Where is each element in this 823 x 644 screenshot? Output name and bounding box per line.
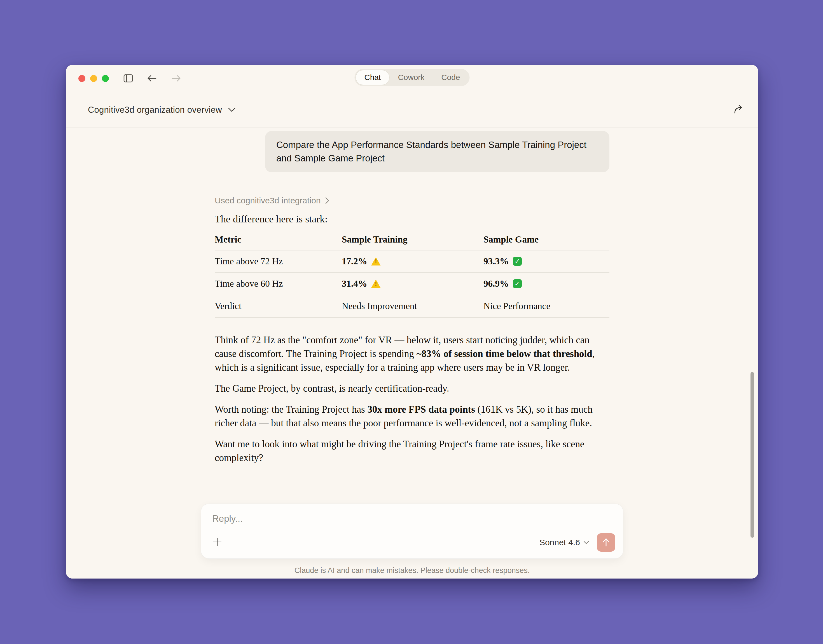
- metric-cell: Time above 60 Hz: [215, 273, 342, 295]
- model-selector[interactable]: Sonnet 4.6: [539, 538, 589, 547]
- up-arrow-icon: [602, 538, 610, 547]
- tool-use-label: Used cognitive3d integration: [215, 196, 321, 205]
- table-header-row: Metric Sample Training Sample Game: [215, 229, 610, 250]
- chevron-down-icon: [228, 108, 235, 112]
- sidebar-toggle-icon[interactable]: [123, 74, 133, 83]
- conversation-title: Cognitive3d organization overview: [88, 105, 222, 115]
- game-verdict: Nice Performance: [484, 295, 610, 317]
- tab-chat[interactable]: Chat: [356, 70, 389, 85]
- attach-plus-icon[interactable]: [212, 537, 222, 548]
- assistant-paragraph: The Game Project, by contrast, is nearly…: [215, 382, 610, 395]
- check-icon: ✓: [513, 257, 522, 266]
- back-arrow-icon[interactable]: [147, 74, 157, 82]
- game-value: 96.9%: [484, 279, 509, 289]
- share-icon[interactable]: [733, 104, 744, 115]
- scrollbar-thumb[interactable]: [751, 372, 754, 538]
- app-window: Chat Cowork Code Cognitive3d organizatio…: [66, 65, 758, 578]
- column-header-metric: Metric: [215, 229, 342, 250]
- metric-cell: Verdict: [215, 295, 342, 317]
- conversation-header: Cognitive3d organization overview: [66, 92, 758, 127]
- tool-use-disclosure[interactable]: Used cognitive3d integration: [215, 196, 610, 205]
- chevron-down-icon: [583, 541, 589, 544]
- message-scroll-area[interactable]: Compare the App Performance Standards be…: [66, 127, 758, 504]
- close-window-button[interactable]: [78, 75, 85, 82]
- user-message-bubble: Compare the App Performance Standards be…: [265, 131, 610, 172]
- ai-disclaimer: Claude is AI and can make mistakes. Plea…: [66, 566, 758, 575]
- traffic-lights: [78, 75, 109, 82]
- comparison-table: Metric Sample Training Sample Game Time …: [215, 229, 610, 317]
- warning-icon: [371, 279, 381, 288]
- conversation-title-dropdown[interactable]: Cognitive3d organization overview: [88, 105, 235, 115]
- minimize-window-button[interactable]: [90, 75, 97, 82]
- chevron-right-icon: [325, 197, 330, 204]
- toolbar: Chat Cowork Code: [66, 65, 758, 92]
- column-header-training: Sample Training: [342, 229, 484, 250]
- game-value: 93.3%: [484, 256, 509, 267]
- training-value: 31.4%: [342, 279, 367, 289]
- metric-cell: Time above 72 Hz: [215, 250, 342, 273]
- warning-icon: [371, 257, 381, 265]
- reply-composer: Sonnet 4.6: [201, 504, 623, 559]
- tab-code[interactable]: Code: [433, 70, 468, 85]
- forward-arrow-icon[interactable]: [171, 74, 181, 82]
- assistant-paragraph: Think of 72 Hz as the "comfort zone" for…: [215, 333, 610, 374]
- assistant-paragraph: Want me to look into what might be drivi…: [215, 437, 610, 465]
- table-row: Time above 60 Hz 31.4% 96.9%✓: [215, 273, 610, 295]
- table-row: Time above 72 Hz 17.2% 93.3%✓: [215, 250, 610, 273]
- send-button[interactable]: [597, 533, 615, 552]
- table-row: Verdict Needs Improvement Nice Performan…: [215, 295, 610, 317]
- training-value: 17.2%: [342, 256, 367, 267]
- model-name: Sonnet 4.6: [539, 538, 580, 547]
- assistant-intro-line: The difference here is stark:: [215, 213, 610, 225]
- assistant-paragraph: Worth noting: the Training Project has 3…: [215, 403, 610, 430]
- check-icon: ✓: [513, 279, 522, 288]
- column-header-game: Sample Game: [484, 229, 610, 250]
- tab-cowork[interactable]: Cowork: [390, 70, 433, 85]
- zoom-window-button[interactable]: [102, 75, 109, 82]
- reply-input[interactable]: [212, 514, 612, 524]
- mode-tabs: Chat Cowork Code: [355, 69, 470, 86]
- training-verdict: Needs Improvement: [342, 295, 484, 317]
